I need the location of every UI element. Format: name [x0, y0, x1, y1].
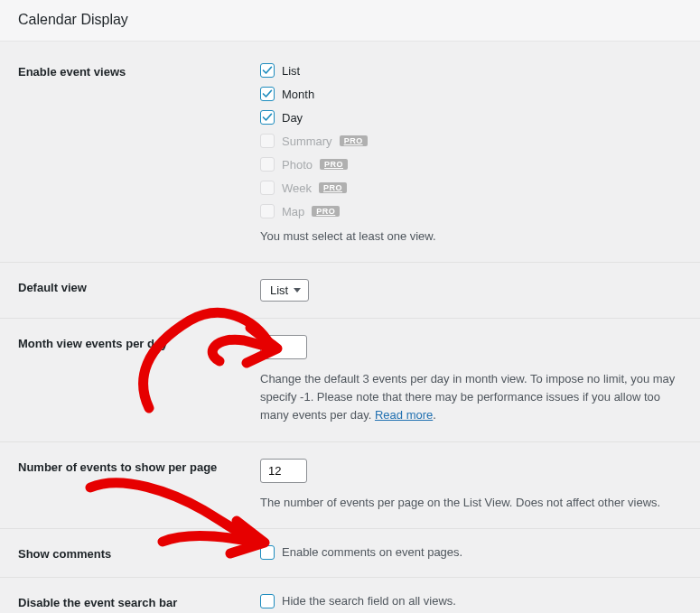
- month-events-helper-post: .: [433, 408, 436, 422]
- checkbox-week-label: Week: [282, 181, 312, 195]
- field-show-comments: Enable comments on event pages.: [260, 545, 682, 561]
- checkbox-month-label: Month: [282, 88, 314, 101]
- label-disable-search: Disable the event search bar: [18, 594, 260, 609]
- checkbox-map: [260, 204, 275, 218]
- field-default-view: List: [260, 279, 682, 302]
- field-enable-event-views: List Month Day Summary PRO P: [260, 63, 682, 246]
- show-comments-text: Enable comments on event pages.: [282, 545, 462, 559]
- label-month-events-per-day: Month view events per day: [18, 335, 260, 424]
- chevron-down-icon: [294, 288, 301, 293]
- disable-search-control: Hide the search field on all views.: [260, 594, 682, 608]
- form-body: Enable event views List Month Day: [0, 42, 700, 613]
- row-disable-search: Disable the event search bar Hide the se…: [0, 578, 700, 613]
- label-default-view: Default view: [18, 279, 260, 302]
- field-disable-search: Hide the search field on all views.: [260, 594, 682, 609]
- show-comments-control: Enable comments on event pages.: [260, 545, 682, 560]
- field-month-events-per-day: Change the default 3 events per day in m…: [260, 335, 682, 424]
- row-show-comments: Show comments Enable comments on event p…: [0, 529, 700, 578]
- view-option-photo: Photo PRO: [260, 157, 682, 172]
- events-per-page-input[interactable]: [260, 459, 307, 483]
- check-icon: [262, 88, 273, 99]
- pro-badge[interactable]: PRO: [319, 182, 347, 193]
- month-events-per-day-input[interactable]: [260, 335, 307, 359]
- row-enable-event-views: Enable event views List Month Day: [0, 47, 700, 263]
- checkbox-photo: [260, 157, 275, 172]
- checkbox-map-label: Map: [282, 205, 304, 218]
- row-default-view: Default view List: [0, 263, 700, 319]
- checkbox-month[interactable]: [260, 87, 275, 101]
- default-view-select[interactable]: List: [260, 279, 309, 302]
- row-month-events-per-day: Month view events per day Change the def…: [0, 319, 700, 441]
- view-option-summary: Summary PRO: [260, 134, 682, 148]
- label-show-comments: Show comments: [18, 545, 260, 561]
- checkbox-week: [260, 181, 275, 195]
- pro-badge[interactable]: PRO: [340, 135, 368, 146]
- view-option-map: Map PRO: [260, 204, 682, 218]
- checkbox-day[interactable]: [260, 110, 275, 125]
- checkbox-summary: [260, 134, 275, 148]
- events-per-page-helper: The number of events per page on the Lis…: [260, 494, 682, 512]
- view-option-month: Month: [260, 87, 682, 101]
- view-option-week: Week PRO: [260, 181, 682, 195]
- default-view-value: List: [270, 283, 288, 297]
- pro-badge[interactable]: PRO: [320, 159, 348, 170]
- panel-title: Calendar Display: [18, 12, 682, 28]
- checkbox-photo-label: Photo: [282, 158, 313, 172]
- checkbox-summary-label: Summary: [282, 135, 332, 148]
- enable-views-helper: You must select at least one view.: [260, 228, 682, 246]
- read-more-link[interactable]: Read more: [375, 408, 433, 422]
- checkbox-list[interactable]: [260, 63, 275, 78]
- checkbox-day-label: Day: [282, 111, 303, 125]
- checkbox-show-comments[interactable]: [260, 545, 275, 560]
- field-events-per-page: The number of events per page on the Lis…: [260, 459, 682, 512]
- month-events-helper-text: Change the default 3 events per day in m…: [260, 372, 675, 422]
- disable-search-text: Hide the search field on all views.: [282, 594, 456, 608]
- view-option-list: List: [260, 63, 682, 78]
- label-enable-event-views: Enable event views: [18, 63, 260, 246]
- check-icon: [262, 65, 273, 76]
- label-events-per-page: Number of events to show per page: [18, 459, 260, 512]
- pro-badge[interactable]: PRO: [312, 206, 340, 217]
- check-icon: [262, 112, 273, 123]
- row-events-per-page: Number of events to show per page The nu…: [0, 442, 700, 529]
- panel-header: Calendar Display: [0, 0, 700, 42]
- checkbox-disable-search[interactable]: [260, 594, 275, 608]
- month-events-helper: Change the default 3 events per day in m…: [260, 370, 682, 424]
- view-option-day: Day: [260, 110, 682, 125]
- checkbox-list-label: List: [282, 64, 300, 78]
